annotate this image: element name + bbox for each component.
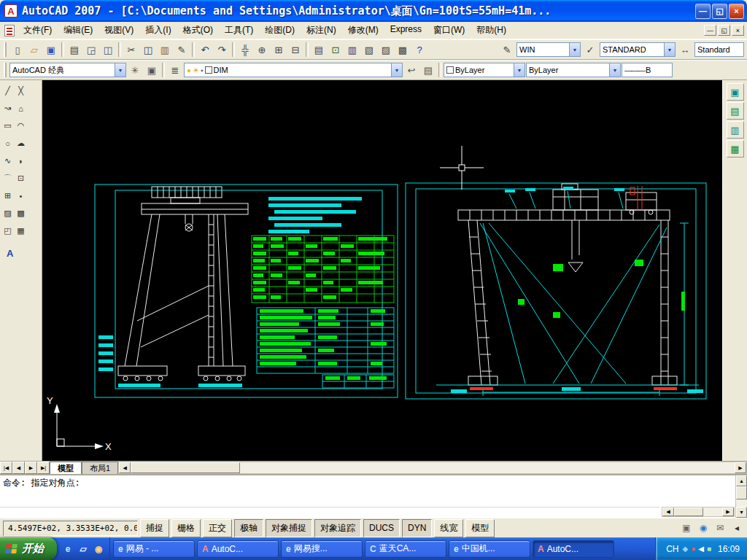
designcenter-icon[interactable]: ⊡ [328, 42, 344, 58]
coordinates-display[interactable]: 4.5497E+02, 3.3533E+02, 0.0000E+00 [3, 521, 138, 536]
status-tray-arrow-icon[interactable]: ◂ [729, 521, 744, 535]
menu-item[interactable]: 格式(O) [177, 22, 219, 39]
menu-item[interactable]: 工具(T) [219, 22, 259, 39]
make-block-icon[interactable]: ⊞ [1, 187, 14, 204]
layer-combo[interactable]: ● ☀ ▪ DIM ▼ [184, 63, 403, 77]
revcloud-icon[interactable]: ☁ [15, 135, 27, 152]
color-combo[interactable]: ByLayer ▼ [444, 63, 525, 77]
dropdown-arrow-icon[interactable]: ▼ [609, 63, 620, 77]
task-lantian-cad[interactable]: C 蓝天CA... [365, 540, 446, 558]
layer-on-icon[interactable]: ● [187, 66, 191, 74]
linetype-combo[interactable]: ByLayer ▼ [526, 63, 621, 77]
menu-item[interactable]: 标注(N) [301, 22, 342, 39]
toolpalettes-icon[interactable]: ▥ [344, 42, 360, 58]
properties-icon[interactable]: ▤ [311, 42, 327, 58]
point-icon[interactable]: • [15, 187, 27, 204]
drawing-file-icon[interactable] [4, 25, 15, 36]
language-indicator[interactable]: CH [666, 544, 678, 554]
polyline-icon[interactable]: ↝ [1, 100, 14, 117]
toolbar-grip[interactable] [4, 42, 7, 57]
rectangle-icon[interactable]: ▭ [1, 117, 14, 134]
trusted-dwg-icon[interactable]: ✉ [713, 521, 727, 535]
layer-properties-icon[interactable]: ≣ [167, 62, 183, 78]
task-autocad-2[interactable]: A AutoC... [533, 540, 614, 558]
mdi-minimize-button[interactable]: — [704, 25, 716, 36]
right-panel-button-1[interactable]: ▣ [727, 83, 744, 101]
redo-icon[interactable]: ↷ [214, 42, 230, 58]
task-autocad-1[interactable]: A AutoC... [197, 540, 279, 558]
right-panel-button-3[interactable]: ▥ [727, 121, 744, 139]
command-vscrollbar[interactable]: ▲ ▼ [735, 475, 747, 518]
scroll-thumb[interactable] [736, 486, 747, 499]
workspace-settings-icon[interactable]: ✳ [127, 62, 143, 78]
workspace-save-icon[interactable]: ▣ [144, 62, 160, 78]
dropdown-arrow-icon[interactable]: ▼ [664, 43, 675, 56]
hatch-icon[interactable]: ▨ [1, 205, 14, 222]
status-toggle[interactable]: 捕捉 [140, 519, 169, 537]
task-china-machine[interactable]: e 中国机... [449, 540, 530, 558]
toolbar-separator[interactable] [306, 42, 309, 57]
open-icon[interactable]: ▱ [26, 42, 42, 58]
status-toggle[interactable]: DYN [402, 519, 432, 537]
quick-launch-desktop-icon[interactable]: ▱ [77, 542, 90, 556]
dropdown-arrow-icon[interactable]: ▼ [115, 63, 125, 77]
scroll-right-icon[interactable]: ▶ [722, 508, 734, 516]
layer-sun-icon[interactable]: ☀ [193, 66, 199, 74]
status-toggle[interactable]: 对象捕捉 [266, 519, 312, 537]
undo-icon[interactable]: ↶ [197, 42, 213, 58]
plot-icon[interactable]: ▤ [66, 42, 82, 58]
text-style-icon[interactable]: ✎ [499, 42, 515, 58]
mtext-button[interactable]: A [1, 245, 14, 262]
workspace-win-combo[interactable]: WIN ▼ [516, 42, 581, 57]
tray-input-icon[interactable]: ◆ [682, 545, 688, 553]
scroll-right-icon[interactable]: ▶ [735, 462, 746, 473]
tab-nav-button[interactable]: ▶| [37, 462, 50, 474]
task-netease-search[interactable]: e 网易搜... [281, 540, 363, 558]
scroll-left-icon[interactable]: ◀ [119, 462, 131, 473]
polygon-icon[interactable]: ⌂ [15, 100, 27, 117]
dropdown-arrow-icon[interactable]: ▼ [391, 63, 402, 77]
toolbar-separator[interactable] [61, 42, 64, 57]
line-icon[interactable]: ╱ [1, 82, 14, 99]
quick-launch-ie-icon[interactable]: e [61, 542, 74, 556]
taskbar-clock[interactable]: 16:09 [715, 544, 740, 554]
make-layer-current-icon[interactable]: ↩ [403, 62, 419, 78]
menu-item[interactable]: 帮助(H) [471, 22, 512, 39]
command-window[interactable]: 命令: 指定对角点: ◀ ▶ ▲ ▼ [0, 474, 747, 518]
maximize-button[interactable]: ◱ [712, 4, 727, 19]
tray-alert-icon[interactable]: ● [691, 545, 695, 553]
tab-nav-button[interactable]: ◀ [12, 462, 25, 474]
status-toggle[interactable]: 线宽 [434, 519, 463, 537]
quickcalc-icon[interactable]: ▩ [395, 42, 411, 58]
copy-icon[interactable]: ◫ [140, 42, 156, 58]
arc-icon[interactable]: ◠ [15, 117, 27, 134]
scroll-left-icon[interactable]: ◀ [662, 508, 674, 516]
status-toggle[interactable]: 对象追踪 [314, 519, 361, 537]
scroll-thumb[interactable] [131, 462, 240, 473]
tab-nav-button[interactable]: ▶ [25, 462, 37, 474]
status-toggle[interactable]: DUCS [363, 519, 400, 537]
ellipse-arc-icon[interactable]: ⌒ [1, 170, 14, 187]
annotation-scale-icon[interactable]: ▣ [679, 521, 694, 535]
toolbar-separator[interactable] [192, 42, 195, 57]
construction-line-icon[interactable]: ╳ [15, 82, 27, 99]
status-toggle[interactable]: 极轴 [234, 519, 263, 537]
status-toggle[interactable]: 栅格 [171, 519, 201, 537]
drawing-canvas[interactable]: Y X [42, 80, 722, 461]
mdi-close-button[interactable]: × [732, 25, 744, 36]
cut-icon[interactable]: ✂ [123, 42, 139, 58]
menu-item[interactable]: 窗口(W) [427, 22, 471, 39]
plot-preview-icon[interactable]: ◲ [83, 42, 99, 58]
standard-style-combo[interactable]: STANDARD ▼ [600, 42, 676, 57]
mdi-restore-button[interactable]: ◱ [718, 25, 730, 36]
gradient-icon[interactable]: ▩ [15, 205, 27, 222]
paste-icon[interactable]: ▥ [157, 42, 173, 58]
spline-icon[interactable]: ∿ [1, 152, 14, 169]
markup-icon[interactable]: ▨ [378, 42, 394, 58]
status-toggle[interactable]: 正交 [203, 519, 232, 537]
save-icon[interactable]: ▣ [43, 42, 59, 58]
pan-icon[interactable]: ╬ [237, 42, 253, 58]
zoom-previous-icon[interactable]: ⊟ [287, 42, 303, 58]
circle-icon[interactable]: ○ [1, 135, 14, 152]
toolbar-separator[interactable] [232, 42, 235, 57]
